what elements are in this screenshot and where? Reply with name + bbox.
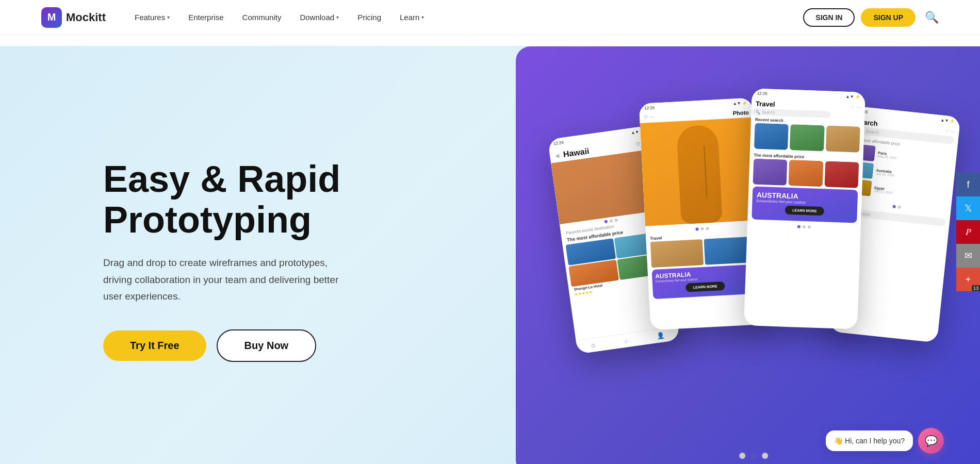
twitter-share-button[interactable]: 𝕏 [956,196,980,220]
learn-chevron-icon: ▾ [421,14,424,20]
p2-aus-banner: AUSTRALIA Extraordinary feel your outdoo… [652,264,759,300]
p2-fashion-figure [640,117,759,226]
email-share-button[interactable]: ✉ [956,244,980,268]
signin-button[interactable]: SIGN IN [803,8,855,27]
nav-links: Features ▾ Enterprise Community Download… [126,9,803,26]
navbar: M Mockitt Features ▾ Enterprise Communit… [0,0,980,35]
p2-orange-bg [640,117,759,226]
nav-community[interactable]: Community [234,9,290,26]
phone-travel-screen: 12:26 ▲▼ ⚡ Travel ♡ ⋯ 🔍 Search Recent se… [744,88,865,329]
carousel-dot-1[interactable] [739,453,745,459]
chat-icon: 💬 [925,435,938,447]
p4-info-3: Egypt July 22, 2020 [874,186,949,200]
carousel-dot-3[interactable] [762,453,768,459]
phones-container: 12:26 ▲▼ ⚡ ◀ Hawaii ♡ ⋯ [531,59,965,461]
p4-info-1: Paris May 24, 2020 [877,151,952,165]
p3-result-2 [789,160,823,187]
nav-features[interactable]: Features ▾ [126,9,178,26]
hero-section: Easy & Rapid Prototyping Drag and drop t… [0,46,980,464]
p3-recent-row [750,123,864,155]
phone-travel: 12:26 ▲▼ ⚡ Travel ♡ ⋯ 🔍 Search Recent se… [744,88,865,329]
p3-dots [747,221,861,233]
facebook-icon: f [967,179,969,190]
social-sidebar: f 𝕏 𝑃 ✉ + 13 [956,173,980,291]
chat-message: 👋 Hi, can I help you? [834,437,905,445]
download-chevron-icon: ▾ [336,14,339,20]
chat-bubble: 👋 Hi, can I help you? [826,430,913,451]
plus-icon: + [966,274,971,285]
nav-enterprise[interactable]: Enterprise [180,9,232,26]
features-chevron-icon: ▾ [167,14,170,20]
learn-more-button-3[interactable]: LEARN MORE [785,206,824,216]
nav-download[interactable]: Download ▾ [291,9,347,26]
logo-text: Mockitt [66,11,106,24]
search-nav-icon[interactable]: ⌕ [624,337,628,344]
learn-more-button-2[interactable]: LEARN MORE [685,281,725,292]
fashion-silhouette [676,124,723,224]
p3-img-3 [826,125,860,152]
hero-carousel-dots [739,453,768,459]
hero-title: Easy & Rapid Prototyping [103,159,392,240]
pinterest-icon: 𝑃 [966,227,971,238]
chat-open-button[interactable]: 💬 [918,428,944,454]
buy-now-button[interactable]: Buy Now [217,329,317,362]
p3-results-row [748,158,863,190]
dot-2 [609,219,613,223]
dot-3 [614,219,618,222]
carousel-dot-2[interactable] [750,453,757,459]
search-icon[interactable]: 🔍 [925,11,939,24]
p2-img-1 [650,239,704,268]
chat-widget: 👋 Hi, can I help you? 💬 [826,428,944,454]
p3-aus-banner: AUSTRALIA Extraordinary feel your outdoo… [752,186,858,223]
p3-img-2 [790,124,824,151]
nav-actions: SIGN IN SIGN UP 🔍 [803,8,939,27]
twitter-icon: 𝕏 [965,203,972,214]
p3-img-1 [754,123,789,150]
try-free-button[interactable]: Try It Free [103,330,206,361]
hero-buttons: Try It Free Buy Now [103,329,392,362]
hero-image-area: 12:26 ▲▼ ⚡ ◀ Hawaii ♡ ⋯ [516,46,980,464]
signup-button[interactable]: SIGN UP [861,8,916,27]
pinterest-share-button[interactable]: 𝑃 [956,220,980,244]
hero-content: Easy & Rapid Prototyping Drag and drop t… [103,159,392,362]
logo-letter: M [47,11,56,23]
plus-share-button[interactable]: + 13 [956,268,980,291]
p3-result-1 [753,158,788,185]
hero-description: Drag and drop to create wireframes and p… [103,255,351,305]
email-icon: ✉ [965,250,972,261]
facebook-share-button[interactable]: f [956,173,980,196]
nav-pricing[interactable]: Pricing [349,9,389,26]
logo[interactable]: M Mockitt [41,7,106,28]
dot-1 [605,220,608,223]
home-nav-icon[interactable]: ⌂ [591,341,596,349]
nav-learn[interactable]: Learn ▾ [391,9,432,26]
profile-nav-icon[interactable]: 👤 [656,332,665,340]
p3-result-3 [824,161,859,188]
p3-title: Travel [756,100,775,108]
logo-icon: M [41,7,62,28]
plus-count: 13 [972,285,980,291]
p4-info-2: Australia July 08, 2020 [876,168,951,183]
sub-navbar [0,35,980,46]
